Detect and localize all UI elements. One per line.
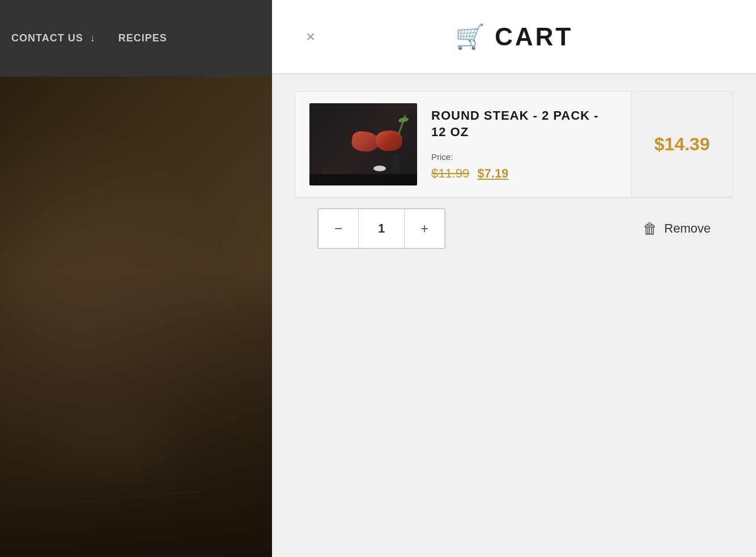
cart-title-group: 🛒 CART: [455, 23, 573, 51]
cart-item-main: ROUND STEAK - 2 PACK - 12 OZ Price: $11.…: [295, 92, 631, 197]
remove-button[interactable]: 🗑 Remove: [643, 220, 711, 238]
product-name: ROUND STEAK - 2 PACK - 12 OZ: [431, 108, 617, 140]
background-nav: CONTACT US ↓ RECIPES: [0, 0, 272, 77]
item-total-price: $14.39: [655, 134, 710, 155]
cart-item: ROUND STEAK - 2 PACK - 12 OZ Price: $11.…: [295, 91, 733, 259]
cart-item-controls: − 1 + 🗑 Remove: [295, 197, 733, 259]
close-button[interactable]: ×: [306, 29, 315, 45]
background-food-image: [0, 77, 272, 557]
nav-recipes: RECIPES: [118, 32, 167, 44]
product-info: ROUND STEAK - 2 PACK - 12 OZ Price: $11.…: [431, 108, 617, 180]
cart-panel: × 🛒 CART: [272, 0, 756, 557]
decrement-button[interactable]: −: [318, 209, 358, 248]
trash-icon: 🗑: [643, 220, 657, 238]
cart-body: ROUND STEAK - 2 PACK - 12 OZ Price: $11.…: [272, 74, 756, 276]
price-group: $11.99 $7.19: [431, 166, 617, 181]
product-image: [309, 103, 417, 185]
quantity-control: − 1 +: [317, 208, 445, 249]
cart-icon: 🛒: [455, 23, 485, 50]
price-label: Price:: [431, 152, 617, 162]
nav-contact: CONTACT US ↓: [11, 32, 96, 44]
cart-header: × 🛒 CART: [272, 0, 756, 74]
cart-title: CART: [495, 23, 573, 51]
quantity-value: 1: [359, 221, 404, 236]
cart-item-card: ROUND STEAK - 2 PACK - 12 OZ Price: $11.…: [295, 91, 733, 197]
price-sale: $7.19: [477, 166, 508, 181]
nav-arrow-icon: ↓: [90, 32, 96, 44]
cart-item-total: $14.39: [631, 92, 733, 197]
price-original: $11.99: [431, 166, 469, 181]
remove-label: Remove: [664, 221, 711, 236]
increment-button[interactable]: +: [405, 209, 444, 248]
